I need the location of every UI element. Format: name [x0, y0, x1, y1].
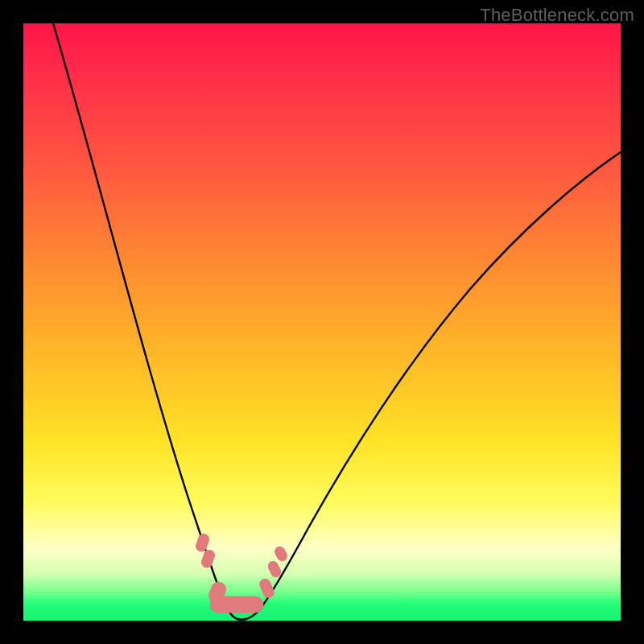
svg-rect-2: [210, 597, 263, 613]
svg-rect-6: [273, 545, 288, 563]
svg-rect-1: [200, 549, 216, 569]
svg-rect-5: [266, 559, 283, 578]
svg-rect-0: [195, 533, 210, 553]
chart-frame: TheBottleneck.com: [0, 0, 644, 644]
curve-layer: [23, 23, 621, 621]
plot-area: [23, 23, 621, 621]
marker-band: [195, 533, 289, 613]
bottleneck-curve: [53, 23, 621, 620]
svg-rect-3: [207, 580, 228, 605]
svg-rect-4: [258, 577, 276, 599]
